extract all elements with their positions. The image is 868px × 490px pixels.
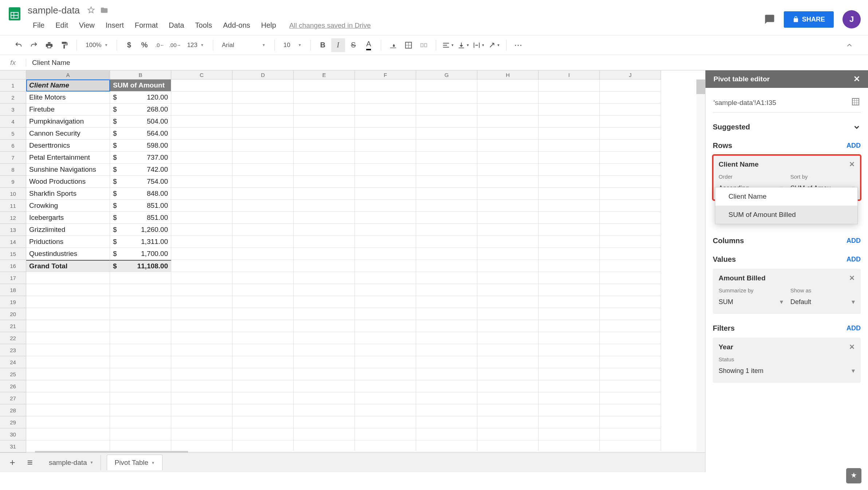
cell[interactable] — [539, 79, 600, 92]
cell[interactable] — [110, 272, 171, 284]
cell[interactable] — [294, 224, 355, 236]
cell[interactable] — [355, 356, 416, 368]
column-header-E[interactable]: E — [294, 70, 355, 79]
cell[interactable] — [294, 79, 355, 92]
cell[interactable] — [171, 428, 232, 440]
cell[interactable] — [600, 296, 661, 308]
rotate-button[interactable]: ▼ — [487, 38, 501, 52]
cell[interactable] — [26, 368, 110, 380]
remove-row-icon[interactable]: ✕ — [849, 160, 855, 168]
cell[interactable] — [539, 260, 600, 272]
user-avatar[interactable]: J — [842, 10, 861, 28]
cell[interactable] — [171, 188, 232, 200]
cell[interactable] — [171, 128, 232, 140]
cell[interactable] — [477, 356, 539, 368]
cell[interactable] — [294, 356, 355, 368]
cell[interactable] — [416, 332, 477, 344]
select-all-corner[interactable] — [0, 70, 26, 79]
cell[interactable] — [539, 224, 600, 236]
cell[interactable] — [232, 428, 294, 440]
cell[interactable] — [355, 140, 416, 152]
cell[interactable] — [477, 128, 539, 140]
cell[interactable] — [171, 272, 232, 284]
cell[interactable]: Elite Motors — [26, 92, 110, 104]
cell[interactable] — [600, 260, 661, 272]
text-color-button[interactable]: A — [362, 38, 376, 52]
cell[interactable] — [232, 176, 294, 188]
cell[interactable] — [416, 404, 477, 416]
cell[interactable] — [232, 296, 294, 308]
cell[interactable] — [539, 284, 600, 296]
cell[interactable] — [477, 200, 539, 212]
cell[interactable] — [600, 380, 661, 392]
cell[interactable] — [232, 92, 294, 104]
cell[interactable] — [355, 224, 416, 236]
cell[interactable] — [477, 320, 539, 332]
cell[interactable] — [477, 92, 539, 104]
cell[interactable] — [416, 92, 477, 104]
cell[interactable] — [110, 332, 171, 344]
cell[interactable] — [26, 392, 110, 404]
cell[interactable] — [171, 212, 232, 224]
cell[interactable] — [110, 368, 171, 380]
cell[interactable]: $268.00 — [110, 104, 171, 116]
menu-tools[interactable]: Tools — [190, 20, 217, 31]
cell[interactable] — [600, 116, 661, 128]
cell[interactable] — [416, 116, 477, 128]
cell[interactable] — [600, 392, 661, 404]
cell[interactable] — [539, 368, 600, 380]
cell[interactable] — [171, 416, 232, 428]
cell[interactable]: $120.00 — [110, 92, 171, 104]
cell[interactable]: Deserttronics — [26, 140, 110, 152]
cell[interactable] — [539, 428, 600, 440]
row-header-31[interactable]: 31 — [0, 440, 26, 452]
fill-color-button[interactable] — [386, 38, 400, 52]
cell[interactable] — [232, 140, 294, 152]
menu-view[interactable]: View — [74, 20, 100, 31]
row-header-27[interactable]: 27 — [0, 392, 26, 404]
cell[interactable] — [477, 380, 539, 392]
cell[interactable] — [416, 368, 477, 380]
cell[interactable] — [416, 128, 477, 140]
cell[interactable] — [416, 260, 477, 272]
cell[interactable] — [355, 152, 416, 164]
cell[interactable] — [26, 308, 110, 320]
cell[interactable] — [416, 284, 477, 296]
cell[interactable] — [110, 320, 171, 332]
cell[interactable] — [477, 164, 539, 176]
cell[interactable] — [355, 104, 416, 116]
column-header-H[interactable]: H — [477, 70, 539, 79]
cell[interactable] — [477, 284, 539, 296]
cell[interactable] — [416, 140, 477, 152]
remove-value-icon[interactable]: ✕ — [849, 274, 855, 282]
row-header-16[interactable]: 16 — [0, 260, 26, 272]
cell[interactable] — [26, 296, 110, 308]
cell[interactable] — [171, 296, 232, 308]
row-header-9[interactable]: 9 — [0, 176, 26, 188]
cell[interactable] — [294, 284, 355, 296]
cell[interactable]: $754.00 — [110, 176, 171, 188]
cell[interactable] — [539, 164, 600, 176]
cell[interactable] — [416, 308, 477, 320]
explore-button[interactable] — [846, 468, 861, 483]
wrap-button[interactable]: ▼ — [472, 38, 486, 52]
cell[interactable] — [294, 200, 355, 212]
cell[interactable] — [294, 188, 355, 200]
cell[interactable] — [477, 392, 539, 404]
cell[interactable] — [477, 404, 539, 416]
cell[interactable] — [477, 308, 539, 320]
cell[interactable]: $1,260.00 — [110, 224, 171, 236]
cell[interactable] — [355, 416, 416, 428]
cell[interactable] — [416, 428, 477, 440]
valign-button[interactable]: ▼ — [457, 38, 470, 52]
cell[interactable] — [355, 176, 416, 188]
cell[interactable] — [355, 200, 416, 212]
cell[interactable] — [416, 164, 477, 176]
row-header-6[interactable]: 6 — [0, 140, 26, 152]
cell[interactable] — [539, 128, 600, 140]
cell[interactable] — [477, 260, 539, 272]
cell[interactable] — [539, 320, 600, 332]
share-button[interactable]: SHARE — [784, 11, 834, 28]
column-header-I[interactable]: I — [539, 70, 600, 79]
cell[interactable] — [294, 392, 355, 404]
